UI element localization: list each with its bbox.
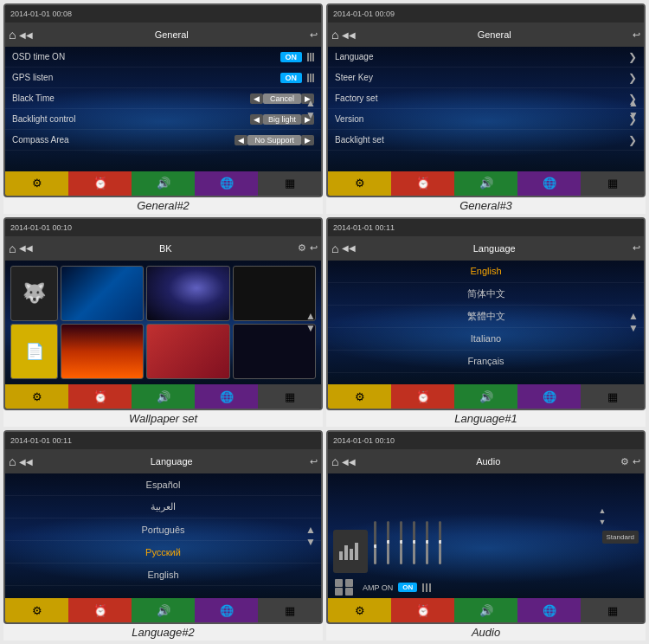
back-icon-l1[interactable]: ↩	[633, 242, 640, 254]
wp-file[interactable]: 📄	[10, 324, 58, 379]
row-factory[interactable]: Factory set ❯	[328, 88, 644, 109]
btn-globe-audio[interactable]: 🌐	[517, 598, 581, 622]
amp-on-btn[interactable]: ON	[398, 583, 417, 592]
lang-item-arabic[interactable]: العربية	[5, 496, 321, 518]
back-icon-audio[interactable]: ↩	[633, 456, 640, 467]
back-icon-wp[interactable]: ↩	[310, 242, 318, 254]
home-icon-g3[interactable]: ⌂	[331, 28, 338, 42]
row-gps[interactable]: GPS listen ON	[5, 68, 321, 88]
scroll-down-icon-g2[interactable]: ▼	[305, 110, 316, 120]
home-icon-audio[interactable]: ⌂	[331, 454, 338, 468]
lang-item-english2[interactable]: English	[5, 564, 321, 586]
row-compass[interactable]: Compass Area ◀ No Support ▶	[5, 130, 321, 151]
eq-slider-1[interactable]	[369, 521, 380, 573]
btn-settings-l1[interactable]: ⚙	[328, 384, 391, 409]
scroll-up-icon-g3[interactable]: ▲	[628, 98, 639, 108]
back-icon-g2[interactable]: ↩	[310, 29, 318, 41]
eq-thumb-6[interactable]	[439, 540, 441, 544]
lang-item-english[interactable]: English	[328, 261, 644, 283]
vol-icon-l1[interactable]: ◀◀	[342, 243, 356, 253]
home-icon-g2[interactable]: ⌂	[9, 28, 16, 42]
scroll-down-icon-l1[interactable]: ▼	[628, 323, 639, 333]
vol-icon-audio[interactable]: ◀◀	[342, 457, 356, 467]
btn-grid-l2[interactable]: ▦	[258, 598, 321, 622]
scroll-up-icon-l1[interactable]: ▲	[628, 311, 639, 321]
btn-grid-l1[interactable]: ▦	[581, 384, 644, 409]
btn-clock-wp[interactable]: ⏰	[68, 384, 132, 409]
wp-blue[interactable]	[61, 266, 144, 321]
eq-preset-label[interactable]: Standard	[602, 531, 639, 544]
btn-gps-on[interactable]: ON	[280, 73, 303, 83]
wp-galaxy[interactable]	[146, 266, 229, 321]
eq-slider-5[interactable]	[421, 521, 432, 573]
arrow-steer[interactable]: ❯	[628, 72, 637, 84]
btn-comp-next[interactable]: ▶	[301, 135, 314, 145]
gear-icon-wp[interactable]: ⚙	[298, 242, 306, 254]
lang-item-espanol[interactable]: Español	[5, 473, 321, 496]
lang-item-russian[interactable]: Русский	[5, 541, 321, 564]
btn-osd-on[interactable]: ON	[280, 52, 303, 62]
scroll-up-icon-g2[interactable]: ▲	[305, 98, 316, 108]
slider-osd[interactable]	[307, 53, 314, 61]
btn-settings-g2[interactable]: ⚙	[5, 171, 68, 196]
row-version[interactable]: Version ❯	[328, 109, 644, 130]
lang-item-chinese-t[interactable]: 繁體中文	[328, 306, 644, 328]
row-backlight-set[interactable]: Backlight set ❯	[328, 130, 644, 151]
arrow-backlight-set[interactable]: ❯	[628, 134, 637, 146]
eq-down-icon[interactable]: ▼	[599, 518, 639, 527]
eq-arrows[interactable]: ▲ ▼	[599, 506, 639, 527]
eq-thumb-1[interactable]	[374, 544, 376, 548]
slider-gps[interactable]	[307, 74, 314, 82]
eq-slider-6[interactable]	[434, 521, 445, 573]
row-language[interactable]: Language ❯	[328, 47, 644, 68]
btn-globe-g3[interactable]: 🌐	[517, 171, 581, 196]
vol-icon-g2[interactable]: ◀◀	[19, 30, 33, 40]
eq-thumb-5[interactable]	[426, 540, 428, 544]
btn-globe-g2[interactable]: 🌐	[195, 171, 258, 196]
btn-black-prev[interactable]: ◀	[250, 93, 263, 104]
btn-bl-prev[interactable]: ◀	[250, 114, 263, 125]
btn-globe-l2[interactable]: 🌐	[195, 598, 258, 622]
btn-clock-l1[interactable]: ⏰	[391, 384, 454, 409]
vol-icon-l2[interactable]: ◀◀	[19, 457, 33, 467]
home-icon-l1[interactable]: ⌂	[331, 242, 338, 255]
scroll-wallpaper[interactable]: ▲ ▼	[305, 311, 316, 333]
scroll-general2[interactable]: ▲ ▼	[305, 98, 316, 120]
btn-volume-g2[interactable]: 🔊	[132, 171, 195, 196]
eq-thumb-2[interactable]	[387, 540, 389, 544]
eq-slider-4[interactable]	[408, 521, 419, 573]
arrow-language[interactable]: ❯	[628, 51, 637, 63]
btn-settings-g3[interactable]: ⚙	[328, 171, 391, 196]
btn-comp-prev[interactable]: ◀	[235, 135, 247, 145]
back-icon-g3[interactable]: ↩	[633, 29, 640, 41]
scroll-general3[interactable]: ▲ ▼	[628, 98, 639, 120]
row-black[interactable]: Black Time ◀ Cancel ▶	[5, 88, 321, 109]
eq-slider-3[interactable]	[395, 521, 406, 573]
btn-volume-wp[interactable]: 🔊	[132, 384, 195, 409]
btn-settings-wp[interactable]: ⚙	[5, 384, 68, 409]
scroll-down-icon-g3[interactable]: ▼	[628, 110, 639, 120]
btn-grid-g3[interactable]: ▦	[581, 171, 644, 196]
btn-grid-wp[interactable]: ▦	[258, 384, 321, 409]
eq-thumb-3[interactable]	[400, 540, 402, 544]
row-steer[interactable]: Steer Key ❯	[328, 68, 644, 88]
vol-icon-wp[interactable]: ◀◀	[19, 243, 33, 253]
wp-black1[interactable]	[233, 266, 316, 321]
btn-grid-g2[interactable]: ▦	[258, 171, 321, 196]
btn-clock-audio[interactable]: ⏰	[391, 598, 454, 622]
eq-up-icon[interactable]: ▲	[599, 506, 639, 516]
lang-item-italiano[interactable]: Italiano	[328, 328, 644, 351]
wp-wolf[interactable]: 🐺	[10, 266, 58, 321]
btn-globe-wp[interactable]: 🌐	[195, 384, 258, 409]
eq-thumb-4[interactable]	[413, 540, 415, 544]
home-icon-wp[interactable]: ⌂	[9, 242, 16, 255]
row-osd[interactable]: OSD time ON ON	[5, 47, 321, 68]
btn-globe-l1[interactable]: 🌐	[517, 384, 581, 409]
row-backlight[interactable]: Backlight control ◀ Big light ▶	[5, 109, 321, 130]
btn-grid-audio[interactable]: ▦	[581, 598, 644, 622]
wp-dark[interactable]	[233, 324, 316, 379]
lang-item-francais[interactable]: Français	[328, 351, 644, 373]
scroll-up-icon-wp[interactable]: ▲	[305, 311, 316, 321]
btn-volume-g3[interactable]: 🔊	[454, 171, 517, 196]
lang-item-chinese-s[interactable]: 简体中文	[328, 283, 644, 306]
